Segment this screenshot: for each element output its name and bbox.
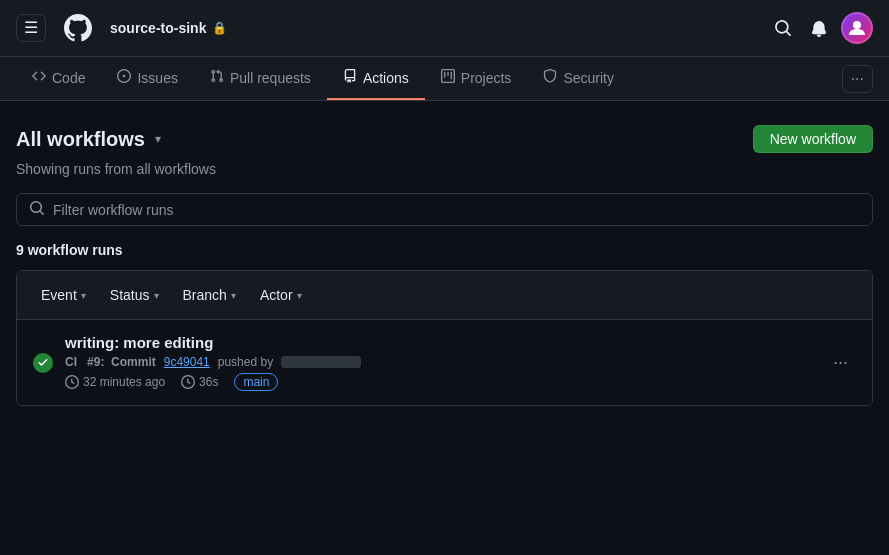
status-chevron-icon: ▾ [154, 290, 159, 301]
tab-code[interactable]: Code [16, 57, 101, 100]
tab-security[interactable]: Security [527, 57, 630, 100]
avatar [843, 14, 871, 42]
tab-actions[interactable]: Actions [327, 57, 425, 100]
runs-count: 9 workflow runs [16, 242, 873, 258]
workflow-section: Event ▾ Status ▾ Branch ▾ Actor ▾ [16, 270, 873, 406]
run-title[interactable]: writing: more editing [65, 334, 813, 351]
lock-icon: 🔒 [212, 21, 227, 35]
filter-event-button[interactable]: Event ▾ [33, 283, 94, 307]
tab-pull-requests[interactable]: Pull requests [194, 57, 327, 100]
showing-subtitle: Showing runs from all workflows [16, 161, 873, 177]
projects-icon [441, 69, 455, 86]
svg-point-0 [853, 21, 861, 29]
page-content: All workflows ▾ New workflow Showing run… [0, 101, 889, 422]
filters-section: Event ▾ Status ▾ Branch ▾ Actor ▾ [17, 271, 872, 320]
table-row: writing: more editing CI #9: Commit 9c49… [17, 320, 872, 405]
repo-tabs: Code Issues Pull requests Actions Projec… [0, 57, 889, 101]
run-ci-label: CI #9: Commit [65, 355, 156, 369]
workflows-dropdown-button[interactable]: ▾ [153, 130, 163, 148]
search-button[interactable] [769, 14, 797, 42]
hamburger-icon: ☰ [24, 20, 38, 36]
run-time-row: 32 minutes ago 36s main [65, 373, 813, 391]
branch-chevron-icon: ▾ [231, 290, 236, 301]
pr-icon [210, 69, 224, 86]
run-time-ago: 32 minutes ago [65, 375, 165, 389]
repo-name: source-to-sink 🔒 [110, 20, 227, 36]
run-more-button[interactable]: ··· [825, 348, 856, 377]
user-avatar-button[interactable] [841, 12, 873, 44]
workflows-title-group: All workflows ▾ [16, 128, 163, 151]
search-bar [16, 193, 873, 226]
notifications-button[interactable] [805, 14, 833, 42]
branch-badge[interactable]: main [234, 373, 278, 391]
event-chevron-icon: ▾ [81, 290, 86, 301]
run-status-success-icon [33, 353, 53, 373]
issues-icon [117, 69, 131, 86]
actor-chevron-icon: ▾ [297, 290, 302, 301]
code-icon [32, 69, 46, 86]
top-nav: ☰ source-to-sink 🔒 [0, 0, 889, 57]
run-meta: CI #9: Commit 9c49041 pushed by [65, 355, 813, 369]
run-duration: 36s [181, 375, 218, 389]
filter-status-button[interactable]: Status ▾ [102, 283, 167, 307]
workflows-header: All workflows ▾ New workflow [16, 125, 873, 153]
tab-projects[interactable]: Projects [425, 57, 528, 100]
filter-actor-button[interactable]: Actor ▾ [252, 283, 310, 307]
user-name-redacted [281, 356, 361, 368]
filter-branch-button[interactable]: Branch ▾ [175, 283, 244, 307]
actions-icon [343, 69, 357, 86]
search-icon [29, 200, 45, 219]
run-info: writing: more editing CI #9: Commit 9c49… [65, 334, 813, 391]
more-tabs-button[interactable]: ··· [842, 65, 873, 93]
new-workflow-button[interactable]: New workflow [753, 125, 873, 153]
page-title: All workflows [16, 128, 145, 151]
tab-issues[interactable]: Issues [101, 57, 193, 100]
search-input[interactable] [53, 202, 860, 218]
commit-hash-link[interactable]: 9c49041 [164, 355, 210, 369]
filters-row: Event ▾ Status ▾ Branch ▾ Actor ▾ [33, 283, 856, 307]
hamburger-button[interactable]: ☰ [16, 14, 46, 42]
github-logo [62, 12, 94, 44]
security-icon [543, 69, 557, 86]
